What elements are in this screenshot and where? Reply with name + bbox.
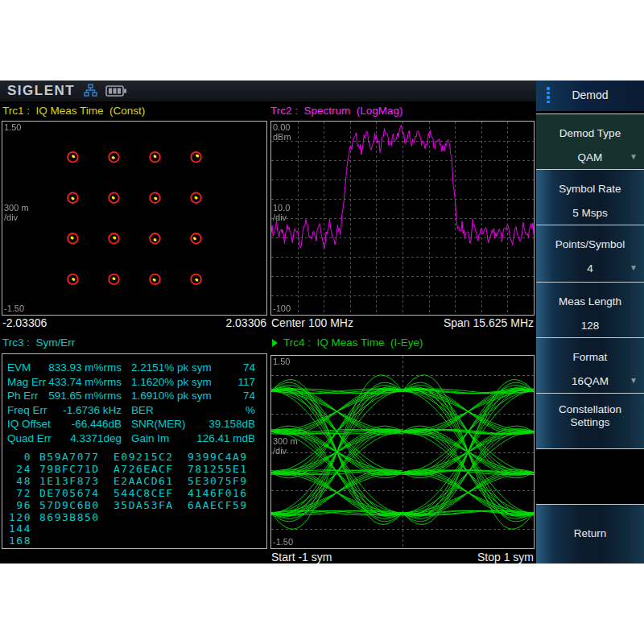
stat-cell: 591.65 m%rms (38, 390, 122, 402)
symbol-hex-group: 6AAECF59 (188, 499, 248, 511)
trc1-y-div-label: 300 m (4, 204, 29, 213)
screenshot-stage: SIGLENT Trc1 : IQ Meas Time (Const) Trc2… (0, 0, 644, 644)
top-status-bar: SIGLENT (0, 80, 536, 101)
symbol-hex-group: 35DA53FA (114, 499, 174, 511)
eye-stop-label: Stop 1 sym (477, 551, 534, 564)
stat-cell: 4.3371deg (38, 432, 122, 444)
stat-cell: % (168, 404, 255, 416)
menu-item-meas-length[interactable]: Meas Length 128 (536, 283, 644, 338)
symbol-index: 120 (2, 511, 31, 523)
sym-err-stat-row: Quad Err4.3371degGain Im126.41 mdB (2, 432, 266, 446)
menu-item-symbol-rate[interactable]: Symbol Rate 5 Msps (536, 170, 644, 225)
stat-cell: -1.6736 kHz (38, 404, 122, 416)
trc1-constellation-panel: 1.50 300 m /div -1.50 (2, 121, 267, 316)
symbol-index: 96 (2, 499, 31, 511)
stat-cell: 74 (168, 361, 255, 374)
chevron-down-icon: ▼ (630, 263, 638, 272)
stat-cell: BER (131, 404, 154, 416)
menu-item-value: 128 (536, 320, 644, 332)
stat-cell: EVM (7, 361, 31, 374)
symbol-hex-group: E2AACD61 (114, 475, 174, 487)
eye-start-label: Start -1 sym (271, 551, 332, 564)
trc4-y-top-label: 1.50 (273, 357, 290, 366)
menu-item-format[interactable]: Format 16QAM ▼ (536, 338, 644, 394)
trc4-eye-panel: 1.50 300 m /div -1.50 (270, 355, 535, 549)
stat-cell: -66.446dB (38, 418, 122, 430)
trc1-y-bottom-label: -1.50 (4, 304, 24, 313)
symbol-hex-group: 8693B850 (39, 511, 100, 523)
symbol-hex-group: A726EACF (114, 463, 174, 475)
symbol-index: 168 (2, 535, 31, 547)
menu-item-label: Demod Type (536, 127, 644, 139)
symbol-hex-row: 2479BFC71DA726EACF781255E1 (2, 463, 266, 475)
menu-item-value: 5 Msps (536, 207, 644, 219)
menu-item-value: QAM (536, 151, 644, 163)
trc2-spectrum-panel: 0.00 dBm 10.0 /div -100 (270, 121, 535, 316)
trc1-x-left-label: -2.03306 (2, 316, 47, 329)
sym-err-stat-row: Mag Err433.74 m%rms1.1620% pk sym117 (2, 376, 266, 390)
symbol-hex-group: 57D9C6B0 (39, 499, 100, 511)
trc1-title[interactable]: Trc1 : IQ Meas Time (Const) (2, 105, 145, 117)
menu-item-points-symbol[interactable]: Points/Symbol 4 ▼ (536, 225, 644, 283)
trc4-y-div-label: 300 m (273, 437, 298, 446)
symbol-index: 0 (2, 451, 31, 463)
symbol-index: 72 (2, 487, 31, 499)
stat-cell: Ph Err (7, 390, 38, 402)
menu-item-demod-type[interactable]: Demod Type QAM ▼ (536, 114, 644, 170)
trc2-y-div-label: 10.0 (273, 204, 290, 213)
sym-err-stat-row: IQ Offset-66.446dBSNR(MER)39.158dB (2, 418, 266, 431)
span-label: Span 15.625 MHz (444, 316, 534, 329)
symbol-hex-group: DE705674 (39, 487, 100, 499)
return-button[interactable]: Return (536, 505, 644, 564)
symbol-index: 48 (2, 475, 31, 487)
symbol-hex-group: 9399C4A9 (188, 451, 248, 463)
return-button-label: Return (536, 527, 644, 539)
stat-cell: 117 (168, 376, 255, 388)
menu-header-title: Demod (536, 89, 644, 101)
symbol-hex-group: 781255E1 (188, 463, 248, 475)
trc4-y-bottom-label: -1.50 (273, 538, 293, 547)
symbol-hex-row: 72DE705674544C8CEF4146F016 (2, 487, 266, 499)
trc3-title[interactable]: Trc3 : Sym/Err (2, 336, 75, 349)
symbol-hex-group: 79BFC71D (39, 463, 100, 475)
symbol-hex-group: 5E3075F9 (188, 475, 248, 487)
trc1-x-axis-row: -2.03306 2.03306 (2, 316, 267, 331)
menu-item-label: Format (536, 351, 644, 363)
trc2-title[interactable]: Trc2 : Spectrum (LogMag) (270, 105, 403, 117)
sym-err-stat-row: Ph Err591.65 m%rms1.6910% pk sym74 (2, 390, 266, 403)
symbol-hex-group: 544C8CEF (114, 487, 174, 499)
trc1-x-right-label: 2.03306 (225, 316, 266, 329)
trc2-y-top-label: 0.00 (273, 123, 290, 132)
active-trace-marker-icon (272, 339, 278, 347)
stat-cell: 126.41 mdB (168, 432, 255, 444)
stat-cell: 433.74 m%rms (38, 376, 122, 388)
symbol-hex-group: E09215C2 (114, 451, 174, 463)
sym-err-stat-row: Freq Err-1.6736 kHzBER% (2, 404, 266, 418)
menu-item-value: 4 (536, 262, 644, 275)
menu-header: Demod (536, 80, 644, 111)
menu-item-label: Constellation Settings (536, 403, 644, 429)
battery-icon (105, 85, 127, 100)
symbol-hex-row: 168 (2, 535, 266, 547)
trc4-title[interactable]: Trc4 : IQ Meas Time (I-Eye) (272, 336, 423, 349)
trc3-sym-err-panel: EVM833.93 m%rms2.2151% pk sym74Mag Err43… (2, 353, 267, 549)
trc1-y-div-unit: /div (4, 213, 18, 222)
symbol-hex-row: 144 (2, 522, 266, 535)
chevron-down-icon: ▼ (630, 152, 638, 161)
trc4-x-axis-row: Start -1 sym Stop 1 sym (270, 551, 535, 565)
chevron-down-icon: ▼ (630, 376, 638, 385)
menu-item-label: Meas Length (536, 295, 644, 308)
symbol-hex-group: 4146F016 (188, 487, 248, 499)
menu-item-label: Symbol Rate (536, 183, 644, 195)
symbol-hex-row: 481E13F873E2AACD615E3075F9 (2, 475, 266, 487)
menu-item-constellation-settings[interactable]: Constellation Settings (536, 394, 644, 448)
stat-cell: 74 (168, 390, 255, 402)
symbol-index: 144 (2, 522, 31, 535)
lan-network-icon (84, 84, 97, 101)
symbol-hex-group: B59A7077 (39, 451, 100, 463)
trc1-y-top-label: 1.50 (4, 123, 21, 132)
softkey-menu: Demod Demod Type QAM ▼ Symbol Rate 5 Msp… (536, 80, 644, 564)
symbol-hex-group: 1E13F873 (39, 475, 100, 487)
stat-cell: 39.158dB (168, 418, 255, 430)
stat-cell: 833.93 m%rms (38, 361, 122, 374)
